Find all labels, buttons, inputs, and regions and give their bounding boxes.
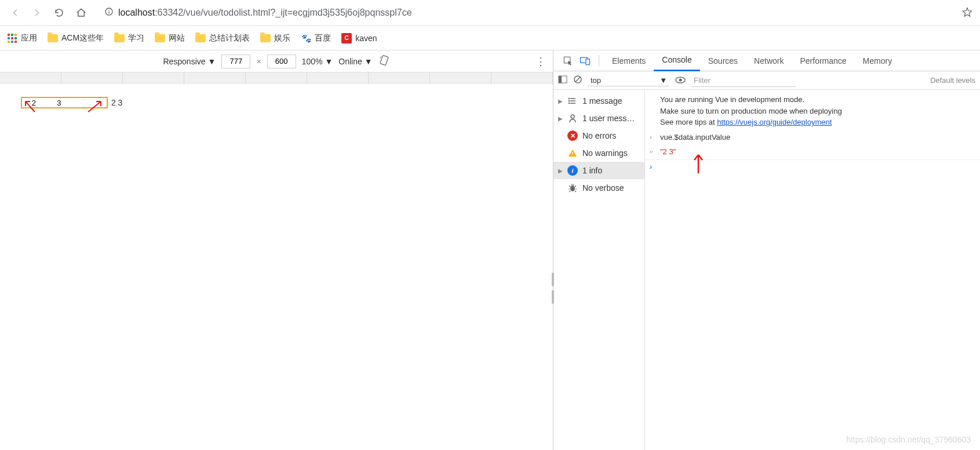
svg-point-22 — [569, 103, 570, 104]
folder-icon — [155, 34, 165, 42]
console-toolbar: top▼ Default levels — [553, 71, 980, 90]
bookmark-kaven[interactable]: Ckaven — [341, 33, 377, 43]
log-entry-info: You are running Vue in development mode.… — [645, 92, 980, 130]
viewport-width-input[interactable] — [221, 55, 250, 68]
folder-icon — [48, 34, 58, 42]
forward-button[interactable] — [29, 5, 45, 21]
sidebar-info[interactable]: ▶ i 1 info — [553, 162, 644, 179]
svg-rect-8 — [8, 41, 10, 43]
folder-icon — [195, 34, 206, 42]
tab-memory[interactable]: Memory — [855, 50, 901, 71]
rotate-icon[interactable] — [378, 55, 390, 68]
todo-input[interactable] — [21, 97, 108, 108]
console-sidebar: ▶ 1 message ▶ 1 user mess… ✕ No errors — [553, 90, 645, 450]
svg-point-21 — [569, 100, 570, 101]
svg-rect-10 — [14, 41, 17, 43]
console-filter-input[interactable] — [691, 74, 796, 87]
inspect-element-button[interactable] — [559, 52, 577, 70]
warning-icon — [567, 148, 578, 158]
sidebar-warnings[interactable]: No warnings — [553, 144, 644, 162]
reload-button[interactable] — [51, 5, 67, 21]
svg-point-20 — [569, 98, 570, 99]
apps-icon — [7, 33, 17, 43]
svg-rect-6 — [11, 37, 13, 39]
devtools-tabs: Elements Console Sources Network Perform… — [553, 50, 980, 71]
viewport-height-input[interactable] — [267, 55, 296, 68]
svg-rect-14 — [586, 59, 590, 64]
bookmark-baidu[interactable]: 🐾百度 — [301, 33, 331, 43]
folder-icon — [114, 34, 125, 42]
svg-point-23 — [571, 115, 574, 118]
watermark: https://blog.csdn.net/qq_37960603 — [846, 435, 971, 444]
svg-rect-4 — [14, 34, 17, 36]
console-log: You are running Vue in development mode.… — [645, 90, 980, 450]
list-icon — [567, 96, 578, 106]
dimension-x: × — [256, 57, 261, 66]
svg-rect-5 — [8, 37, 10, 39]
info-icon: i — [567, 165, 578, 176]
log-entry-result: ‹· "2 3" — [645, 144, 980, 160]
url-text: localhost:63342/vue/vue/todolist.html?_i… — [118, 8, 412, 18]
tab-performance[interactable]: Performance — [792, 50, 854, 71]
back-button[interactable] — [7, 5, 23, 21]
live-expression-button[interactable] — [675, 76, 686, 85]
todo-output-text: 2 3 — [111, 98, 122, 107]
bookmark-folder[interactable]: 学习 — [114, 33, 144, 43]
svg-point-24 — [572, 155, 573, 156]
apps-label: 应用 — [21, 33, 37, 43]
device-mode-pane: Responsive ▼ × 100% ▼ Online ▼ ⋮ 2 3 — [0, 50, 553, 450]
page-viewport: 2 3 — [0, 92, 532, 108]
svg-rect-7 — [14, 37, 17, 39]
toggle-device-toolbar-button[interactable] — [577, 52, 594, 70]
log-levels-select[interactable]: Default levels — [930, 76, 975, 85]
bookmark-folder[interactable]: 总结计划表 — [195, 33, 250, 43]
site-info-icon[interactable] — [104, 7, 114, 19]
bookmark-star-button[interactable] — [961, 6, 973, 20]
svg-rect-2 — [8, 34, 10, 36]
svg-rect-9 — [11, 41, 13, 43]
address-bar[interactable]: localhost:63342/vue/vue/todolist.html?_i… — [95, 3, 951, 22]
user-icon — [567, 113, 578, 124]
sidebar-verbose[interactable]: No verbose — [553, 179, 644, 197]
devtools-pane: Elements Console Sources Network Perform… — [553, 50, 980, 450]
ruler — [0, 72, 553, 84]
tab-elements[interactable]: Elements — [604, 50, 654, 71]
bookmark-folder[interactable]: ACM这些年 — [48, 33, 104, 43]
clear-console-button[interactable] — [573, 75, 582, 86]
svg-point-1 — [108, 10, 109, 10]
bookmark-folder[interactable]: 网站 — [155, 33, 185, 43]
svg-rect-16 — [559, 76, 562, 83]
vue-deployment-link[interactable]: https://vuejs.org/guide/deployment — [717, 118, 832, 126]
apps-button[interactable]: 应用 — [7, 33, 37, 43]
network-select[interactable]: Online ▼ — [338, 57, 372, 66]
csdn-icon: C — [341, 33, 352, 43]
zoom-select[interactable]: 100% ▼ — [302, 57, 333, 66]
sidebar-messages[interactable]: ▶ 1 message — [553, 92, 644, 110]
browser-toolbar: localhost:63342/vue/vue/todolist.html?_i… — [0, 0, 980, 26]
folder-icon — [260, 34, 271, 42]
device-toolbar: Responsive ▼ × 100% ▼ Online ▼ ⋮ — [0, 50, 553, 72]
bookmark-folder[interactable]: 娱乐 — [260, 33, 290, 43]
tab-console[interactable]: Console — [654, 50, 700, 71]
baidu-icon: 🐾 — [301, 33, 311, 43]
svg-point-19 — [679, 78, 682, 81]
sidebar-toggle-button[interactable] — [558, 75, 567, 85]
bug-icon — [567, 183, 578, 193]
context-select[interactable]: top▼ — [588, 75, 669, 86]
bookmarks-bar: 应用 ACM这些年 学习 网站 总结计划表 娱乐 🐾百度 Ckaven — [0, 26, 980, 50]
split-handle[interactable] — [545, 271, 561, 306]
svg-rect-3 — [11, 34, 13, 36]
error-icon: ✕ — [567, 130, 578, 141]
home-button[interactable] — [73, 5, 89, 21]
log-entry-command: › vue.$data.inputValue — [645, 130, 980, 145]
sidebar-user-messages[interactable]: ▶ 1 user mess… — [553, 110, 644, 127]
device-toolbar-menu[interactable]: ⋮ — [535, 55, 546, 68]
tab-sources[interactable]: Sources — [700, 50, 746, 71]
svg-point-25 — [570, 186, 575, 191]
console-prompt[interactable]: › — [645, 160, 980, 164]
sidebar-errors[interactable]: ✕ No errors — [553, 127, 644, 144]
tab-network[interactable]: Network — [746, 50, 792, 71]
device-mode-select[interactable]: Responsive ▼ — [163, 57, 216, 66]
